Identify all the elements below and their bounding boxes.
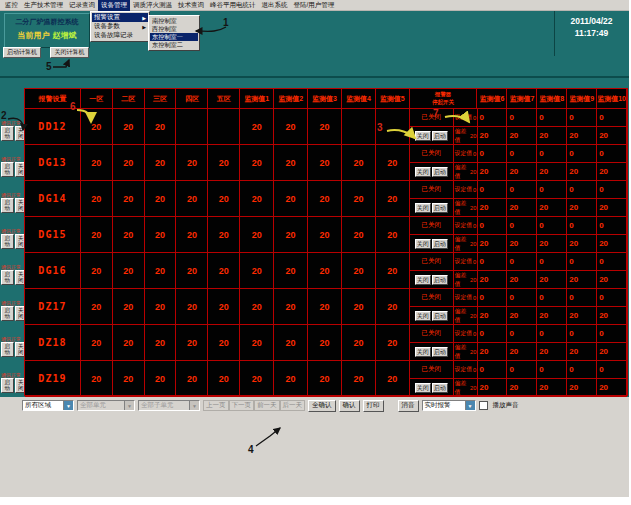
monitor-value: 20 xyxy=(376,325,410,361)
device-start-button[interactable]: 启动 xyxy=(1,306,14,321)
nav-button-3[interactable]: 后一天 xyxy=(280,400,306,411)
mute-button[interactable]: 消音 xyxy=(398,400,419,412)
alarm-close-button[interactable]: 关闭 xyxy=(415,167,431,177)
monitor-value: 20 xyxy=(376,361,410,397)
right-value-cell: 020 xyxy=(507,289,537,325)
menubar-item-7[interactable]: 退出系统 xyxy=(259,0,291,11)
area-filter-select[interactable]: 所有区域 ▼ xyxy=(22,400,74,411)
set-col-value: 0 xyxy=(597,361,626,379)
alarm-switch-buttons: 关闭启动 xyxy=(410,271,453,288)
unit-filter-select[interactable]: 全部单元 ▼ xyxy=(77,400,135,411)
submenu-item-3[interactable]: 东控制室二 xyxy=(150,41,198,49)
deviation-col-value: 20 xyxy=(537,235,566,252)
right-value-cell: 020 xyxy=(478,181,508,217)
menubar-item-6[interactable]: 峰谷平用电统计 xyxy=(207,0,259,11)
device-start-button[interactable]: 启动 xyxy=(1,342,14,357)
zone-value: 20 xyxy=(113,109,145,145)
alarm-mode-select[interactable]: 实时报警 ▼ xyxy=(422,400,476,411)
alarm-start-button[interactable]: 启动 xyxy=(432,167,448,177)
alarm-start-button[interactable]: 启动 xyxy=(432,347,448,357)
monitor-value-header: 监测值3 xyxy=(308,89,342,109)
device-start-button[interactable]: 启动 xyxy=(1,234,14,249)
menubar-item-4[interactable]: 调质淬火测温 xyxy=(130,0,175,11)
set-label-text: 设定值 xyxy=(455,329,472,338)
dropdown-item-0[interactable]: 报警设置▶ xyxy=(92,13,148,22)
table-row: DZ1720202020202020202020已关闭关闭启动设定值0偏差值20… xyxy=(25,289,627,325)
menubar-item-0[interactable]: 监控 xyxy=(2,0,21,11)
alarm-close-button[interactable]: 关闭 xyxy=(415,275,431,285)
menubar-item-1[interactable]: 生产技术管理 xyxy=(21,0,66,11)
dropdown-arrow-icon[interactable]: ▼ xyxy=(465,401,475,410)
zone-value: 20 xyxy=(81,109,113,145)
set-label-text: 设定值 xyxy=(455,113,472,122)
alarm-close-button[interactable]: 关闭 xyxy=(415,131,431,141)
alarm-close-button[interactable]: 关闭 xyxy=(415,383,431,393)
alarm-start-button[interactable]: 启动 xyxy=(432,275,448,285)
zone-value: 20 xyxy=(176,289,208,325)
zone-value: 20 xyxy=(145,145,177,181)
right-value-cell: 020 xyxy=(597,145,627,181)
set-col-value: 0 xyxy=(567,145,596,163)
menubar-item-8[interactable]: 登陆/用户管理 xyxy=(291,0,338,11)
deviation-col-value: 20 xyxy=(478,199,507,216)
alarm-start-button[interactable]: 启动 xyxy=(432,311,448,321)
dropdown-item-2[interactable]: 设备故障记录 xyxy=(92,31,148,40)
nav-button-2[interactable]: 前一天 xyxy=(254,400,280,411)
dropdown-arrow-icon[interactable]: ▼ xyxy=(189,401,199,410)
alarm-close-button[interactable]: 关闭 xyxy=(415,311,431,321)
set-col-value: 0 xyxy=(537,289,566,307)
device-start-button[interactable]: 启动 xyxy=(1,126,14,141)
zone-value: 20 xyxy=(208,145,240,181)
set-label-text: 设定值 xyxy=(455,257,472,266)
alarm-switch-cell: 已关闭关闭启动 xyxy=(410,361,454,397)
menubar: 监控生产技术管理记录查询设备管理调质淬火测温技术查询峰谷平用电统计退出系统登陆/… xyxy=(0,0,629,11)
alarm-start-button[interactable]: 启动 xyxy=(432,383,448,393)
alarm-switch-header: 报警器停起开关 xyxy=(410,89,478,109)
nav-button-1[interactable]: 下一页 xyxy=(229,400,255,411)
dropdown-arrow-icon[interactable]: ▼ xyxy=(63,401,73,410)
deviation-label: 偏差值20 xyxy=(454,343,477,360)
zone-value: 20 xyxy=(208,217,240,253)
confirm-button[interactable]: 确认 xyxy=(339,400,360,412)
deviation-col-value: 20 xyxy=(537,199,566,216)
subunit-filter-select[interactable]: 全部子单元 ▼ xyxy=(138,400,200,411)
alarm-start-button[interactable]: 启动 xyxy=(432,131,448,141)
menubar-item-5[interactable]: 技术查询 xyxy=(175,0,207,11)
confirm-all-button[interactable]: 全确认 xyxy=(308,400,336,412)
zone-value: 20 xyxy=(208,361,240,397)
set-col-value: 0 xyxy=(537,217,566,235)
deviation-label: 偏差值20 xyxy=(454,127,477,144)
dropdown-item-1[interactable]: 设备参数▶ xyxy=(92,22,148,31)
alarm-close-button[interactable]: 关闭 xyxy=(415,239,431,249)
zone-value: 20 xyxy=(113,253,145,289)
alarm-start-button[interactable]: 启动 xyxy=(432,239,448,249)
alarm-close-button[interactable]: 关闭 xyxy=(415,347,431,357)
device-start-button[interactable]: 启动 xyxy=(1,162,14,177)
deviation-value: 20 xyxy=(470,169,476,175)
app-window: 监控生产技术管理记录查询设备管理调质淬火测温技术查询峰谷平用电统计退出系统登陆/… xyxy=(0,0,629,497)
right-value-cell: 020 xyxy=(567,181,597,217)
set-col-value: 0 xyxy=(507,109,536,127)
deviation-col-value: 20 xyxy=(567,343,596,360)
play-sound-checkbox[interactable] xyxy=(479,401,488,410)
device-start-button[interactable]: 启动 xyxy=(1,270,14,285)
menubar-item-3[interactable]: 设备管理 xyxy=(98,0,130,11)
device-start-button[interactable]: 启动 xyxy=(1,198,14,213)
alarm-close-button[interactable]: 关闭 xyxy=(415,203,431,213)
menubar-item-2[interactable]: 记录查询 xyxy=(66,0,98,11)
right-value-cell: 020 xyxy=(567,361,597,397)
device-start-button[interactable]: 启动 xyxy=(1,378,14,393)
monitor-value: 20 xyxy=(308,325,342,361)
shutdown-computer-button[interactable]: 关闭计算机 xyxy=(50,47,89,58)
alarm-start-button[interactable]: 启动 xyxy=(432,203,448,213)
monitor-value: 20 xyxy=(308,181,342,217)
deviation-col-value: 20 xyxy=(507,163,536,180)
start-computer-button[interactable]: 启动计算机 xyxy=(3,47,41,58)
print-button[interactable]: 打印 xyxy=(363,400,384,412)
monitor-value: 20 xyxy=(274,361,308,397)
dropdown-arrow-icon[interactable]: ▼ xyxy=(124,401,134,410)
nav-button-0[interactable]: 上一页 xyxy=(203,400,229,411)
alarm-switch-buttons: 关闭启动 xyxy=(410,307,453,324)
subunit-filter-value: 全部子单元 xyxy=(141,401,174,410)
zone-value: 20 xyxy=(176,361,208,397)
